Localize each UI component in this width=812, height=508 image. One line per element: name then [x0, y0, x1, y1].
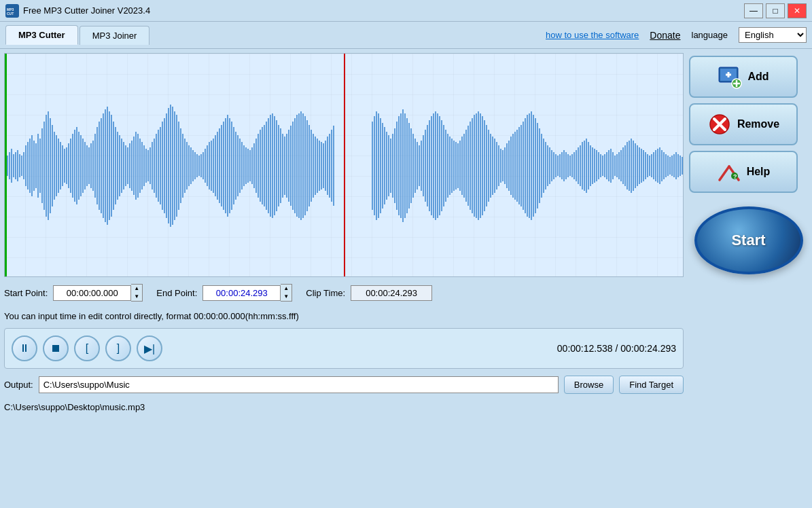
file-path: C:\Users\suppo\Desktop\music.mp3: [4, 401, 684, 414]
add-button[interactable]: Add: [689, 56, 798, 98]
donate-link[interactable]: Donate: [650, 30, 680, 41]
svg-rect-179: [396, 122, 398, 210]
svg-rect-66: [129, 143, 130, 188]
svg-rect-85: [168, 108, 169, 223]
svg-rect-99: [196, 154, 198, 177]
svg-rect-228: [496, 142, 497, 189]
end-point-up[interactable]: ▲: [281, 285, 292, 293]
set-start-button[interactable]: [: [74, 335, 100, 361]
waveform-container[interactable]: [4, 53, 684, 277]
svg-rect-20: [35, 143, 37, 188]
clip-time-label: Clip Time:: [306, 288, 345, 298]
set-end-button[interactable]: ]: [105, 335, 131, 361]
svg-rect-61: [119, 135, 120, 196]
svg-rect-245: [531, 111, 532, 220]
start-point-down[interactable]: ▼: [131, 293, 142, 301]
output-row: Output: Browse Find Target: [4, 373, 684, 397]
stop-button[interactable]: ⏹: [43, 335, 69, 361]
svg-rect-119: [237, 135, 239, 196]
svg-rect-219: [478, 111, 479, 220]
svg-rect-63: [123, 142, 124, 189]
svg-rect-170: [378, 113, 379, 218]
svg-rect-9: [13, 154, 14, 177]
how-to-link[interactable]: how to use the software: [546, 30, 639, 40]
svg-rect-96: [190, 147, 192, 184]
svg-rect-39: [74, 130, 75, 202]
svg-rect-290: [622, 147, 624, 184]
output-path-input[interactable]: [39, 376, 559, 393]
svg-rect-72: [141, 142, 143, 189]
svg-rect-98: [194, 152, 196, 179]
end-point-down[interactable]: ▼: [281, 293, 292, 301]
svg-rect-247: [535, 118, 536, 213]
svg-rect-88: [174, 111, 175, 220]
svg-rect-215: [470, 122, 471, 210]
svg-rect-80: [158, 130, 159, 202]
clip-time-input: [351, 285, 432, 301]
start-button[interactable]: Start: [694, 206, 803, 274]
pause-button[interactable]: ⏸: [12, 335, 37, 361]
svg-rect-240: [520, 125, 522, 206]
svg-rect-231: [502, 150, 504, 181]
play-button[interactable]: ▶|: [137, 335, 162, 361]
svg-rect-16: [27, 142, 29, 189]
svg-rect-223: [486, 125, 487, 206]
language-select[interactable]: English Chinese French German Spanish: [739, 27, 807, 43]
svg-rect-236: [512, 134, 514, 198]
svg-rect-180: [398, 116, 400, 215]
svg-rect-195: [429, 120, 430, 211]
svg-rect-146: [292, 122, 294, 210]
end-point-spinners: ▲ ▼: [281, 284, 292, 302]
find-target-button[interactable]: Find Target: [619, 376, 684, 394]
controls-row: Start Point: ▲ ▼ End Point: ▲ ▼ Cl: [4, 281, 684, 304]
svg-rect-95: [188, 145, 190, 186]
remove-label: Remove: [737, 118, 779, 130]
start-point-input[interactable]: [53, 285, 131, 301]
add-label: Add: [747, 71, 769, 83]
svg-rect-196: [431, 116, 432, 215]
svg-rect-177: [392, 134, 393, 198]
svg-rect-271: [584, 141, 585, 191]
close-button[interactable]: ✕: [788, 3, 807, 18]
svg-rect-295: [633, 141, 634, 191]
svg-rect-232: [504, 147, 506, 184]
menu-bar: MP3 Cutter MP3 Joiner how to use the sof…: [0, 22, 812, 49]
svg-rect-124: [247, 149, 249, 183]
svg-rect-94: [186, 142, 188, 189]
minimize-button[interactable]: —: [744, 3, 763, 18]
svg-rect-162: [325, 141, 326, 191]
svg-rect-226: [492, 137, 493, 195]
start-label: Start: [731, 232, 765, 249]
end-point-input[interactable]: [202, 285, 281, 301]
svg-rect-10: [15, 152, 16, 179]
svg-rect-83: [164, 118, 165, 213]
svg-rect-152: [304, 116, 306, 215]
tab-mp3-joiner[interactable]: MP3 Joiner: [80, 26, 150, 45]
svg-rect-108: [215, 135, 216, 196]
svg-rect-173: [384, 127, 385, 204]
svg-rect-139: [278, 125, 279, 206]
svg-rect-79: [156, 134, 157, 198]
add-icon: [718, 65, 742, 89]
svg-rect-156: [313, 134, 314, 198]
help-button[interactable]: ? Help: [689, 151, 798, 193]
browse-button[interactable]: Browse: [564, 376, 614, 394]
svg-rect-178: [394, 128, 395, 203]
svg-rect-47: [90, 143, 92, 188]
svg-rect-70: [137, 134, 139, 198]
remove-button[interactable]: Remove: [689, 103, 798, 145]
svg-rect-107: [213, 139, 214, 193]
maximize-button[interactable]: □: [766, 3, 785, 18]
svg-rect-58: [113, 122, 114, 210]
svg-rect-149: [298, 113, 300, 218]
svg-rect-142: [284, 137, 285, 195]
svg-rect-52: [101, 118, 102, 213]
tab-mp3-cutter[interactable]: MP3 Cutter: [5, 25, 78, 45]
svg-rect-269: [580, 145, 581, 186]
svg-rect-259: [559, 154, 561, 177]
svg-rect-155: [311, 130, 312, 202]
start-point-up[interactable]: ▲: [131, 285, 142, 293]
language-label: language: [692, 30, 728, 40]
svg-rect-6: [7, 156, 8, 176]
svg-rect-276: [594, 149, 595, 183]
